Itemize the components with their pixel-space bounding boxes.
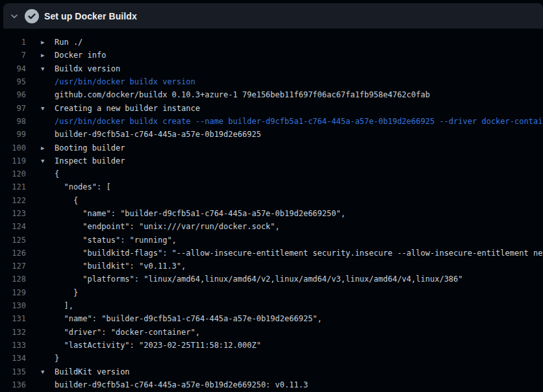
line-number[interactable]: 122 [3, 196, 26, 205]
log-group-row[interactable]: 119▼Inspect builder [3, 154, 543, 167]
line-number[interactable]: 97 [3, 104, 26, 113]
line-number[interactable]: 133 [3, 341, 26, 350]
log-line: 131 "name": "builder-d9cfb5a1-c764-445a-… [3, 312, 543, 325]
line-number[interactable]: 124 [3, 222, 26, 231]
line-number[interactable]: 123 [3, 209, 26, 218]
line-number[interactable]: 134 [3, 354, 26, 363]
step-title: Set up Docker Buildx [44, 11, 137, 21]
log-text: "endpoint": "unix:///var/run/docker.sock… [55, 222, 280, 231]
log-line: 125 "status": "running", [3, 233, 543, 246]
log-line: 96github.com/docker/buildx 0.10.3+azure-… [3, 88, 543, 101]
log-line: 120{ [3, 167, 543, 180]
log-line: 126 "buildkitd-flags": "--allow-insecure… [3, 247, 543, 260]
log-text: } [55, 288, 78, 297]
line-number[interactable]: 1 [3, 38, 26, 47]
log-line: 99builder-d9cfb5a1-c764-445a-a57e-0b19d2… [3, 128, 543, 141]
step-header[interactable]: Set up Docker Buildx [3, 3, 543, 29]
log-line: 122 { [3, 194, 543, 207]
log-viewer: 1▶Run ./7▶Docker info94▼Buildx version95… [3, 29, 543, 391]
log-text: /usr/bin/docker buildx create --name bui… [55, 117, 543, 126]
log-text: "nodes": [ [55, 182, 111, 191]
log-text: "status": "running", [55, 236, 177, 245]
log-text: "platforms": "linux/amd64,linux/amd64/v2… [55, 275, 463, 284]
group-title: Inspect builder [55, 156, 125, 165]
log-text: "lastActivity": "2023-02-25T11:58:12.000… [55, 341, 261, 350]
log-text: "name": "builder-d9cfb5a1-c764-445a-a57e… [55, 314, 322, 323]
log-line: 98/usr/bin/docker buildx create --name b… [3, 115, 543, 128]
line-number[interactable]: 98 [3, 117, 26, 126]
line-number[interactable]: 136 [3, 380, 26, 389]
line-number[interactable]: 135 [3, 367, 26, 376]
log-text: builder-d9cfb5a1-c764-445a-a57e-0b19d2e6… [55, 130, 261, 139]
log-line: 130 ], [3, 299, 543, 312]
line-number[interactable]: 126 [3, 249, 26, 258]
line-number[interactable]: 96 [3, 90, 26, 99]
log-text: ], [55, 301, 73, 310]
log-line: 134} [3, 352, 543, 365]
log-line: 128 "platforms": "linux/amd64,linux/amd6… [3, 273, 543, 286]
log-text: "driver": "docker-container", [55, 328, 200, 337]
log-line: 127 "buildkit": "v0.11.3", [3, 260, 543, 273]
log-text: "name": "builder-d9cfb5a1-c764-445a-a57e… [55, 209, 346, 218]
log-group-row[interactable]: 7▶Docker info [3, 49, 543, 62]
log-group-row[interactable]: 135▼BuildKit version [3, 365, 543, 378]
log-text: github.com/docker/buildx 0.10.3+azure-1 … [55, 90, 430, 99]
group-title: Booting builder [55, 143, 125, 153]
log-line: 123 "name": "builder-d9cfb5a1-c764-445a-… [3, 207, 543, 220]
group-title: Creating a new builder instance [55, 104, 200, 113]
group-title: Run ./ [55, 38, 82, 47]
line-number[interactable]: 131 [3, 314, 26, 323]
line-number[interactable]: 129 [3, 288, 26, 297]
chevron-down-icon[interactable] [9, 11, 19, 21]
line-number[interactable]: 99 [3, 130, 26, 139]
log-line: 121 "nodes": [ [3, 180, 543, 193]
group-collapsed-icon[interactable]: ▶ [26, 36, 55, 49]
log-text: /usr/bin/docker buildx version [55, 77, 196, 86]
log-text: "buildkitd-flags": "--allow-insecure-ent… [55, 249, 543, 258]
log-group-row[interactable]: 97▼Creating a new builder instance [3, 101, 543, 114]
log-text: { [55, 196, 78, 205]
log-group-row[interactable]: 100▶Booting builder [3, 141, 543, 154]
line-number[interactable]: 119 [3, 156, 26, 165]
log-line: 129 } [3, 286, 543, 299]
line-number[interactable]: 127 [3, 262, 26, 271]
step-log-panel: Set up Docker Buildx 1▶Run ./7▶Docker in… [3, 3, 543, 391]
line-number[interactable]: 130 [3, 301, 26, 310]
log-group-row[interactable]: 1▶Run ./ [3, 36, 543, 49]
line-number[interactable]: 120 [3, 169, 26, 178]
group-expanded-icon[interactable]: ▼ [26, 62, 55, 75]
line-number[interactable]: 132 [3, 328, 26, 337]
log-text: builder-d9cfb5a1-c764-445a-a57e-0b19d2e6… [55, 380, 308, 389]
log-text: { [55, 169, 59, 178]
group-title: BuildKit version [55, 367, 130, 376]
line-number[interactable]: 100 [3, 143, 26, 153]
log-line: 133 "lastActivity": "2023-02-25T11:58:12… [3, 339, 543, 352]
log-line: 124 "endpoint": "unix:///var/run/docker.… [3, 220, 543, 233]
group-expanded-icon[interactable]: ▼ [26, 154, 55, 167]
group-collapsed-icon[interactable]: ▶ [26, 141, 55, 154]
group-title: Docker info [55, 51, 106, 60]
line-number[interactable]: 94 [3, 64, 26, 73]
log-group-row[interactable]: 94▼Buildx version [3, 62, 543, 75]
log-line: 95/usr/bin/docker buildx version [3, 75, 543, 88]
line-number[interactable]: 7 [3, 51, 26, 60]
group-collapsed-icon[interactable]: ▶ [26, 49, 55, 62]
log-text: "buildkit": "v0.11.3", [55, 262, 186, 271]
line-number[interactable]: 128 [3, 275, 26, 284]
log-text: } [55, 354, 59, 363]
log-line: 132 "driver": "docker-container", [3, 326, 543, 339]
log-line: 136builder-d9cfb5a1-c764-445a-a57e-0b19d… [3, 378, 543, 391]
group-title: Buildx version [55, 64, 120, 73]
group-expanded-icon[interactable]: ▼ [26, 365, 55, 378]
check-circle-icon [25, 9, 39, 23]
group-expanded-icon[interactable]: ▼ [26, 102, 55, 115]
line-number[interactable]: 121 [3, 182, 26, 191]
line-number[interactable]: 95 [3, 77, 26, 86]
line-number[interactable]: 125 [3, 236, 26, 245]
